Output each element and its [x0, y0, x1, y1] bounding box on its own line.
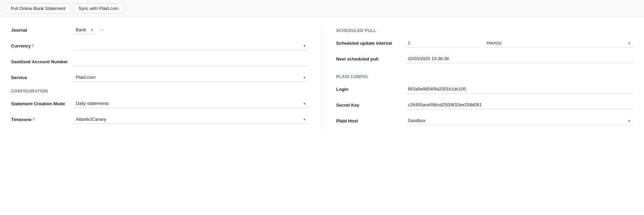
- plaid-host-row: Plaid Host Sandbox ▼: [336, 116, 633, 125]
- statement-creation-select[interactable]: Daily statements: [73, 99, 308, 108]
- timezone-row: Timezone? Atlantic/Canary ▼: [11, 115, 308, 124]
- next-scheduled-label: Next scheduled pull: [336, 56, 405, 62]
- secret-key-label: Secret Key: [336, 103, 405, 108]
- scheduled-pull-header: SCHEDULED PULL: [336, 28, 633, 33]
- login-control: [405, 85, 633, 94]
- secret-key-input[interactable]: [405, 100, 633, 109]
- timezone-control: Atlantic/Canary ▼: [73, 115, 308, 124]
- statement-creation-label: Statement Creation Mode: [11, 99, 73, 106]
- currency-select-wrapper: ▼: [73, 41, 308, 50]
- sanitized-account-input[interactable]: [73, 57, 308, 66]
- sanitized-account-row: Sanitized Account Number: [11, 57, 308, 66]
- secret-key-row: Secret Key: [336, 100, 633, 109]
- next-scheduled-input[interactable]: [405, 54, 633, 63]
- right-panel: SCHEDULED PULL Scheduled update interval…: [322, 25, 633, 132]
- next-scheduled-row: Next scheduled pull: [336, 54, 633, 63]
- timezone-select-wrapper: Atlantic/Canary ▼: [73, 115, 308, 124]
- interval-unit-select[interactable]: Hour(s): [484, 39, 633, 47]
- journal-select-wrapper: Bank ▼: [73, 25, 96, 34]
- sync-plaid-button[interactable]: Sync with Plaid.com: [73, 3, 124, 13]
- journal-select[interactable]: Bank: [73, 25, 96, 34]
- left-panel: Journal Bank ▼ → Currency?: [11, 25, 322, 132]
- plaid-host-control: Sandbox ▼: [405, 116, 633, 125]
- plaid-host-label: Plaid Host: [336, 118, 405, 123]
- plaid-config-section: PLAID CONFIG Login Secret Key Plaid Host: [336, 74, 633, 125]
- service-select-wrapper: Plaid.com ▼: [73, 73, 308, 82]
- sanitized-account-label: Sanitized Account Number: [11, 57, 73, 64]
- toolbar: Pull Online Bank Statement Sync with Pla…: [0, 0, 644, 17]
- timezone-label: Timezone?: [11, 115, 73, 122]
- plaid-config-header: PLAID CONFIG: [336, 74, 633, 79]
- timezone-select[interactable]: Atlantic/Canary: [73, 115, 308, 124]
- journal-control: Bank ▼ →: [73, 25, 104, 34]
- currency-control: ▼: [73, 41, 308, 50]
- currency-help-icon[interactable]: ?: [31, 44, 34, 49]
- main-content: Journal Bank ▼ → Currency?: [0, 17, 644, 140]
- interval-unit-wrapper: Hour(s) ▼: [484, 39, 633, 47]
- statement-creation-select-wrapper: Daily statements ▼: [73, 99, 308, 108]
- service-label: Service: [11, 73, 73, 80]
- timezone-help-icon[interactable]: ?: [32, 117, 35, 122]
- next-scheduled-control: [405, 54, 633, 63]
- service-row: Service Plaid.com ▼: [11, 73, 308, 82]
- plaid-host-select-wrapper: Sandbox ▼: [405, 116, 633, 125]
- configuration-header: CONFIGURATION: [11, 89, 308, 94]
- secret-key-control: [405, 100, 633, 109]
- login-row: Login: [336, 85, 633, 94]
- interval-number-wrapper: [405, 39, 480, 47]
- sanitized-account-control: [73, 57, 308, 66]
- pull-bank-statement-button[interactable]: Pull Online Bank Statement: [6, 3, 71, 13]
- login-input[interactable]: [405, 85, 633, 94]
- login-label: Login: [336, 87, 405, 92]
- service-control: Plaid.com ▼: [73, 73, 308, 82]
- statement-creation-control: Daily statements ▼: [73, 99, 308, 108]
- configuration-section: CONFIGURATION Statement Creation Mode Da…: [11, 89, 308, 124]
- currency-select[interactable]: [73, 41, 308, 50]
- journal-row: Journal Bank ▼ →: [11, 25, 308, 34]
- plaid-host-select[interactable]: Sandbox: [405, 116, 633, 125]
- service-select[interactable]: Plaid.com: [73, 73, 308, 82]
- scheduled-update-row: Scheduled update interval Hour(s) ▼: [336, 39, 633, 47]
- scheduled-update-label: Scheduled update interval: [336, 41, 405, 46]
- currency-label: Currency?: [11, 41, 73, 49]
- currency-row: Currency? ▼: [11, 41, 308, 50]
- interval-number-input[interactable]: [405, 39, 480, 47]
- scheduled-update-inputs: Hour(s) ▼: [405, 39, 633, 47]
- journal-label: Journal: [11, 25, 73, 33]
- statement-creation-row: Statement Creation Mode Daily statements…: [11, 99, 308, 108]
- journal-external-link-icon[interactable]: →: [99, 27, 104, 33]
